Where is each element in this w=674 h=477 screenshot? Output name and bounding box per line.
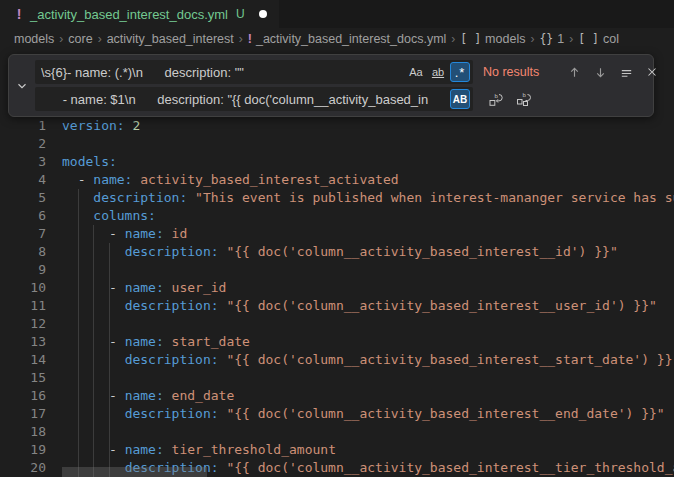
tab-active-file[interactable]: ! _activity_based_interest_docs.yml U bbox=[0, 0, 279, 28]
replace-input[interactable]: - name: $1\n description: "{{ doc('colum… bbox=[35, 87, 473, 111]
code-line[interactable]: 6 columns: bbox=[0, 207, 674, 225]
whole-word-button[interactable]: ab bbox=[428, 62, 448, 82]
breadcrumb-separator-icon: › bbox=[569, 32, 573, 46]
code-token bbox=[219, 243, 227, 261]
code-token bbox=[164, 279, 172, 297]
match-case-button[interactable]: Aa bbox=[406, 62, 426, 82]
code-token: "{{ doc('column__activity_based_interest… bbox=[226, 297, 656, 315]
code-line[interactable]: 16 - name: end_date bbox=[0, 387, 674, 405]
line-number: 15 bbox=[0, 369, 46, 387]
code-line[interactable]: 13 - name: start_date bbox=[0, 333, 674, 351]
code-line[interactable]: 11 description: "{{ doc('column__activit… bbox=[0, 297, 674, 315]
line-number: 7 bbox=[0, 225, 46, 243]
find-in-selection-icon bbox=[619, 65, 634, 80]
toggle-replace-button[interactable] bbox=[11, 75, 33, 97]
gutter-padding bbox=[46, 153, 62, 171]
next-match-button[interactable] bbox=[589, 61, 611, 83]
gutter-padding bbox=[46, 225, 62, 243]
breadcrumb-label: _activity_based_interest_docs.yml bbox=[256, 32, 446, 46]
regex-button[interactable]: .* bbox=[450, 62, 470, 82]
close-find-widget-button[interactable] bbox=[641, 61, 663, 83]
gutter-padding bbox=[46, 297, 62, 315]
gutter-padding bbox=[46, 441, 62, 459]
breadcrumb-item[interactable]: [ ]models bbox=[460, 32, 525, 46]
horizontal-scrollbar[interactable] bbox=[62, 467, 207, 477]
code-line[interactable]: 12 bbox=[0, 315, 674, 333]
code-line[interactable]: 7 - name: id bbox=[0, 225, 674, 243]
code-token: tier_threshold_amount bbox=[172, 441, 336, 459]
code-token: models: bbox=[62, 153, 117, 171]
code-token: "This event is published when interest-m… bbox=[195, 189, 674, 207]
gutter-padding bbox=[46, 279, 62, 297]
code-line[interactable]: 18 bbox=[0, 423, 674, 441]
yaml-file-icon: ! bbox=[248, 32, 252, 46]
tab-bar: ! _activity_based_interest_docs.yml U bbox=[0, 0, 674, 28]
indent-guide bbox=[109, 243, 110, 477]
code-line[interactable]: 19 - name: tier_threshold_amount bbox=[0, 441, 674, 459]
code-token bbox=[219, 351, 227, 369]
gutter-padding bbox=[46, 387, 62, 405]
code-line[interactable]: 10 - name: user_id bbox=[0, 279, 674, 297]
gutter-padding bbox=[46, 261, 62, 279]
replace-all-icon: b bbox=[516, 91, 532, 107]
code-line[interactable]: 14 description: "{{ doc('column__activit… bbox=[0, 351, 674, 369]
git-status-badge: U bbox=[236, 7, 245, 21]
code-token bbox=[164, 441, 172, 459]
code-line[interactable]: 3models: bbox=[0, 153, 674, 171]
gutter-padding bbox=[46, 351, 62, 369]
code-line[interactable]: 15 bbox=[0, 369, 674, 387]
code-token: name: bbox=[125, 333, 164, 351]
indent-guide bbox=[93, 225, 94, 477]
code-token: name: bbox=[125, 441, 164, 459]
breadcrumb-item[interactable]: [ ]col bbox=[578, 32, 619, 46]
code-token: name: bbox=[93, 171, 132, 189]
unsaved-dot-icon[interactable] bbox=[259, 10, 267, 18]
code-token bbox=[164, 333, 172, 351]
breadcrumb-label: activity_based_interest bbox=[107, 32, 234, 46]
line-number: 13 bbox=[0, 333, 46, 351]
code-token: version: bbox=[62, 117, 125, 135]
breadcrumb-item[interactable]: core bbox=[68, 32, 92, 46]
code-token: "{{ doc('column__activity_based_interest… bbox=[226, 459, 674, 477]
indent-guide bbox=[78, 189, 79, 477]
find-in-selection-button[interactable] bbox=[615, 61, 637, 83]
code-line[interactable]: 5 description: "This event is published … bbox=[0, 189, 674, 207]
line-number: 8 bbox=[0, 243, 46, 261]
replace-button[interactable]: b bbox=[485, 88, 507, 110]
code-line[interactable]: 1version: 2 bbox=[0, 117, 674, 135]
code-line[interactable]: 4 - name: activity_based_interest_activa… bbox=[0, 171, 674, 189]
code-token bbox=[187, 189, 195, 207]
find-replace-widget: \s{6}- name: (.*)\n description: "" Aa a… bbox=[8, 54, 654, 117]
line-number: 4 bbox=[0, 171, 46, 189]
gutter-padding bbox=[46, 135, 62, 153]
code-token: name: bbox=[125, 279, 164, 297]
previous-match-button[interactable] bbox=[563, 61, 585, 83]
breadcrumb-item[interactable]: models bbox=[14, 32, 54, 46]
code-line[interactable]: 8 description: "{{ doc('column__activity… bbox=[0, 243, 674, 261]
breadcrumb-item[interactable]: activity_based_interest bbox=[107, 32, 234, 46]
line-number: 19 bbox=[0, 441, 46, 459]
code-token: "{{ doc('column__activity_based_interest… bbox=[226, 351, 674, 369]
code-token: 2 bbox=[132, 117, 140, 135]
find-input[interactable]: \s{6}- name: (.*)\n description: "" Aa a… bbox=[35, 60, 473, 84]
breadcrumb-item[interactable]: !_activity_based_interest_docs.yml bbox=[248, 32, 447, 46]
breadcrumb-label: core bbox=[68, 32, 92, 46]
code-line[interactable]: 9 bbox=[0, 261, 674, 279]
breadcrumb-item[interactable]: {}1 bbox=[539, 32, 564, 46]
code-token: name: bbox=[125, 387, 164, 405]
code-line[interactable]: 2 bbox=[0, 135, 674, 153]
code-token: "{{ doc('column__activity_based_interest… bbox=[226, 405, 664, 423]
code-line[interactable]: 17 description: "{{ doc('column__activit… bbox=[0, 405, 674, 423]
gutter-padding bbox=[46, 207, 62, 225]
code-token: start_date bbox=[172, 333, 250, 351]
code-token: columns: bbox=[93, 207, 156, 225]
replace-value-text: - name: $1\n description: "{{ doc('colum… bbox=[41, 92, 445, 107]
svg-text:b: b bbox=[495, 93, 499, 99]
code-token: name: bbox=[125, 225, 164, 243]
gutter-padding bbox=[46, 189, 62, 207]
preserve-case-button[interactable]: AB bbox=[450, 89, 470, 109]
replace-all-button[interactable]: b bbox=[513, 88, 535, 110]
svg-text:b: b bbox=[523, 92, 527, 98]
symbol-icon: {} bbox=[539, 32, 553, 46]
line-number: 5 bbox=[0, 189, 46, 207]
